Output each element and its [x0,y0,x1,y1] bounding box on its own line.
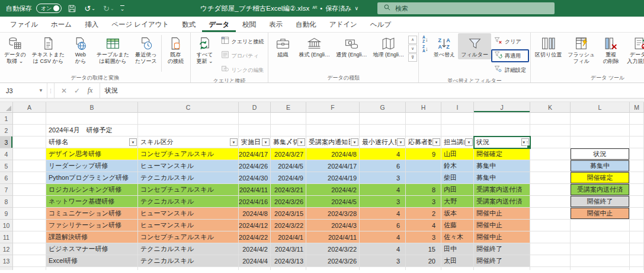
cell-B6[interactable]: Pythonプログラミング研修 [46,172,138,184]
cell-L2[interactable] [571,125,630,136]
cell-G6[interactable]: 3 [360,172,406,184]
cell-C6[interactable]: テクニカルスキル [138,172,239,184]
text-to-columns-button[interactable]: 区切り位置 [532,33,565,59]
cell-A8[interactable] [13,196,46,208]
cell-E14[interactable] [271,267,306,270]
cell-J11[interactable]: 開催中止 [474,231,530,243]
cell-K11[interactable] [530,231,571,243]
cell-H7[interactable]: 8 [406,184,441,196]
cell-B8[interactable]: ネットワーク基礎研修 [46,196,138,208]
cell-K2[interactable] [530,125,571,136]
cell-C7[interactable]: コンセプチュアルスキル [138,184,239,196]
sheet-title-cell[interactable]: 2024年4月 研修予定 [46,125,138,136]
filter-dropdown-icon[interactable]: ▼ [297,138,305,146]
cell-D8[interactable]: 2024/4/16 [239,196,271,208]
cell-M14[interactable] [630,267,644,270]
remove-duplicates-button[interactable]: 重複の削除 [598,33,624,66]
cell-J10[interactable]: 開催中止 [474,220,530,231]
column-header-M[interactable]: M [630,102,644,113]
saved-status-chevron-icon[interactable]: ∨ [354,5,358,11]
cell-A7[interactable] [13,184,46,196]
cell-B10[interactable]: ファシリテーション研修 [46,220,138,231]
reapply-button[interactable]: 再適用 [491,49,529,62]
cell-K10[interactable] [530,220,571,231]
cell-C8[interactable]: テクニカルスキル [138,196,239,208]
cell-H8[interactable]: 3 [406,196,441,208]
column-header-L[interactable]: L [571,102,630,113]
cell-L1[interactable] [571,113,630,125]
cell-D5[interactable]: 2024/4/26 [239,160,271,172]
cell-G10[interactable]: 6 [360,220,406,231]
cell-I4[interactable]: 山田 [441,148,474,160]
cell-H10[interactable]: 4 [406,220,441,231]
cell-I1[interactable] [441,113,474,125]
cell-K12[interactable] [530,243,571,255]
filter-dropdown-icon[interactable]: ▼ [432,138,440,146]
cell-I5[interactable]: 鈴木 [441,160,474,172]
data-validation-button[interactable]: データの入力規則 ⌄ [624,33,644,66]
cell-I10[interactable]: 佐藤 [441,220,474,231]
cell-I14[interactable] [441,267,474,270]
cell-A9[interactable] [13,208,46,220]
organization-data-type-button[interactable]: 組織 [270,33,296,59]
filter-dropdown-icon[interactable]: ▼ [129,138,137,146]
cell-H5[interactable] [406,160,441,172]
cell-B4[interactable]: デザイン思考研修 [46,148,138,160]
filter-dropdown-icon[interactable]: ▼ [262,138,270,146]
cell-B3[interactable]: 研修名▼ [46,136,138,148]
cell-B13[interactable]: Excel研修 [46,255,138,267]
cell-E7[interactable]: 2024/3/21 [271,184,306,196]
gallery-more-icon[interactable]: ⊽ [408,53,417,62]
cell-D1[interactable] [239,113,271,125]
cell-I13[interactable]: 太田 [441,255,474,267]
cell-H9[interactable]: 2 [406,208,441,220]
selected-cell-J3[interactable]: 状況▼↑ [474,136,530,148]
cell-H3[interactable]: 応募者数▼ [406,136,441,148]
cell-F5[interactable]: 2024/4/17 [306,160,360,172]
cell-A5[interactable] [13,160,46,172]
advanced-filter-button[interactable]: 詳細設定 [491,64,529,77]
cell-J6[interactable]: 募集中 [474,172,530,184]
autosave-toggle[interactable]: オン [36,4,62,13]
cell-C2[interactable] [138,125,239,136]
cell-K8[interactable] [530,196,571,208]
cell-F2[interactable] [306,125,360,136]
cell-I2[interactable] [441,125,474,136]
row-header-1[interactable]: 1 [0,113,13,125]
cell-J2[interactable] [474,125,530,136]
row-header-7[interactable]: 7 [0,184,13,196]
row-header-8[interactable]: 8 [0,196,13,208]
cell-G12[interactable]: 4 [360,243,406,255]
cell-E11[interactable]: 2024/4/1 [271,231,306,243]
cell-G2[interactable] [360,125,406,136]
cell-L3[interactable] [571,136,630,148]
cell-A12[interactable] [13,243,46,255]
cell-C11[interactable]: コンセプチュアルスキル [138,231,239,243]
cell-M11[interactable] [630,231,644,243]
tab-表示[interactable]: 表示 [262,17,289,32]
column-header-C[interactable]: C [138,102,239,113]
cell-D10[interactable]: 2024/4/12 [239,220,271,231]
cell-A3[interactable] [13,136,46,148]
cell-K13[interactable] [530,255,571,267]
row-header-12[interactable]: 12 [0,243,13,255]
tab-ヘルプ[interactable]: ヘルプ [364,17,398,32]
cell-G5[interactable]: 6 [360,160,406,172]
cell-F14[interactable] [306,267,360,270]
select-all-corner[interactable] [0,102,13,113]
cell-C3[interactable]: スキル区分▼ [138,136,239,148]
column-header-F[interactable]: F [306,102,360,113]
cell-F1[interactable] [306,113,360,125]
cell-I12[interactable]: 田中 [441,243,474,255]
cell-B14[interactable] [46,267,138,270]
row-header-3[interactable]: 3 [0,136,13,148]
cell-G9[interactable]: 4 [360,208,406,220]
cell-C5[interactable]: ヒューマンスキル [138,160,239,172]
clear-filter-button[interactable]: クリア [491,35,529,48]
cell-D9[interactable]: 2024/4/8 [239,208,271,220]
tab-挿入[interactable]: 挿入 [78,17,105,32]
cell-G4[interactable]: 4 [360,148,406,160]
cell-E5[interactable]: 2024/4/5 [271,160,306,172]
cell-M2[interactable] [630,125,644,136]
insert-function-icon[interactable]: fx [84,86,96,95]
